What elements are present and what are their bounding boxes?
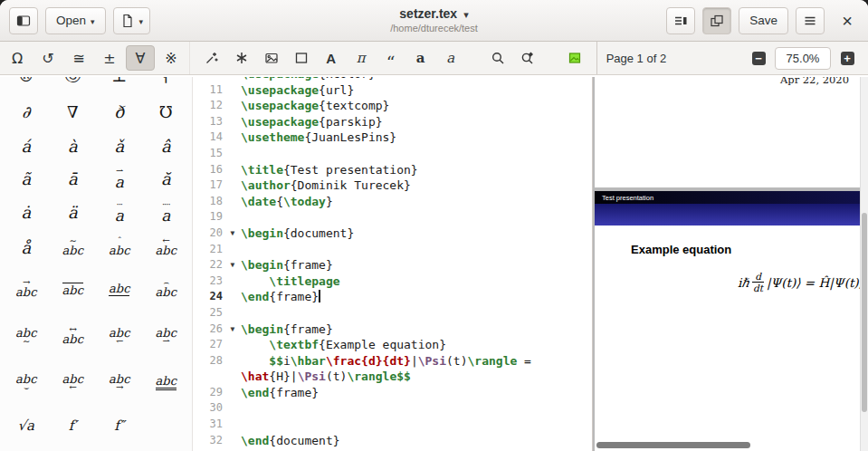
code-line[interactable]: 12\usepackage{textcomp} xyxy=(194,98,592,114)
code-line[interactable]: 18\date{\today} xyxy=(194,194,592,210)
code-line[interactable]: 16\title{Test presentation} xyxy=(194,162,592,178)
symbol-cell[interactable]: ∇ xyxy=(50,93,97,130)
bold-button[interactable]: a xyxy=(407,45,434,71)
code-editor[interactable]: 10\usepackage{xcolor}11\usepackage{url}1… xyxy=(194,77,592,451)
fold-marker[interactable]: ▼ xyxy=(224,321,241,338)
window-close-button[interactable] xyxy=(835,9,859,33)
code-line[interactable]: 30 xyxy=(194,400,592,417)
symbol-cell[interactable]: f′ xyxy=(50,405,97,446)
save-button[interactable]: Save xyxy=(739,7,788,34)
search-button[interactable] xyxy=(484,45,511,71)
vertical-scrollbar-thumb[interactable] xyxy=(862,213,867,412)
code-line[interactable]: 22▼\begin{frame} xyxy=(194,257,592,273)
symbol-cell[interactable]: →abc xyxy=(3,265,50,312)
symbol-cell[interactable]: ⇀a xyxy=(96,162,143,196)
symbol-cell[interactable]: ® xyxy=(3,77,50,93)
symbol-cell[interactable]: ð xyxy=(96,93,143,130)
symbol-cell[interactable]: ⌢abc xyxy=(143,265,190,312)
symbol-cell[interactable]: â xyxy=(143,130,190,162)
build-preview-button[interactable] xyxy=(561,45,588,71)
symbol-cell[interactable]: á xyxy=(3,130,50,162)
symbol-cell[interactable]: à xyxy=(50,130,97,162)
code-line[interactable]: 25 xyxy=(194,305,592,321)
symbol-cell[interactable]: ∤ xyxy=(143,77,190,93)
code-line[interactable]: 13\usepackage{parskip} xyxy=(194,114,592,130)
symbol-category-2[interactable]: ≅ xyxy=(64,45,93,71)
font-style-button[interactable]: A xyxy=(318,45,345,71)
symbol-cell[interactable]: ↔abc xyxy=(50,312,97,360)
menu-button[interactable] xyxy=(796,7,825,34)
code-line[interactable]: \hat{H}|\Psi(t)\rangle$$ xyxy=(194,369,592,385)
code-line[interactable]: 31 xyxy=(194,417,592,433)
symbol-category-5[interactable]: ※ xyxy=(157,45,186,71)
symbol-cell[interactable]: abc⇀ xyxy=(143,312,190,360)
code-line[interactable]: 23 \titlepage xyxy=(194,273,592,290)
symbol-cell[interactable]: ȧ xyxy=(3,196,50,229)
symbol-cell[interactable]: ã xyxy=(3,162,50,196)
symbol-cell[interactable]: ǎ xyxy=(96,130,143,162)
symbol-cell[interactable]: ←abc xyxy=(143,229,190,265)
code-line[interactable]: 19 xyxy=(194,209,592,226)
italic-button[interactable]: a xyxy=(437,45,464,71)
symbol-cell[interactable]: abc∼ xyxy=(3,312,50,360)
pdf-preview[interactable]: Apr 22, 2020 Test presentation Example e… xyxy=(592,77,868,451)
title-chevron-down-icon[interactable] xyxy=(463,5,469,22)
symbol-cell[interactable]: ā xyxy=(50,162,97,196)
find-replace-button[interactable] xyxy=(514,45,541,71)
symbol-cell[interactable]: ă xyxy=(143,162,190,196)
wizard-button[interactable] xyxy=(198,45,225,71)
sidebar-toggle-button[interactable] xyxy=(9,7,38,34)
symbol-cell[interactable]: abc xyxy=(143,360,190,405)
sparkle-button[interactable] xyxy=(228,45,255,71)
insert-frame-button[interactable] xyxy=(288,45,315,71)
open-button[interactable]: Open xyxy=(45,7,106,34)
symbol-cell[interactable]: abc↽ xyxy=(96,312,143,360)
symbol-cell[interactable]: å xyxy=(3,229,50,265)
symbol-cell[interactable]: ····a xyxy=(143,196,190,229)
symbol-cell[interactable]: abc→ xyxy=(96,360,143,405)
code-line[interactable]: 20▼\begin{document} xyxy=(194,226,592,242)
symbol-cell[interactable]: ∼abc xyxy=(50,229,97,265)
symbol-category-4[interactable]: ∀ xyxy=(126,45,155,71)
code-line[interactable]: 29\end{frame} xyxy=(194,385,592,401)
symbol-cell[interactable]: abc xyxy=(50,265,97,312)
symbol-cell[interactable]: ∂ xyxy=(3,93,50,130)
insert-image-button[interactable] xyxy=(258,45,285,71)
symbol-category-0[interactable]: Ω xyxy=(3,45,32,71)
symbol-cell[interactable]: ℧ xyxy=(143,93,190,130)
quotes-button[interactable]: “ xyxy=(377,45,405,71)
preview-horizontal-scrollbar[interactable] xyxy=(596,442,750,448)
symbol-cell[interactable]: abc xyxy=(96,265,143,312)
code-line[interactable]: 15 xyxy=(194,146,592,162)
zoom-out-button[interactable] xyxy=(749,48,768,68)
code-line[interactable]: 26▼\begin{frame} xyxy=(194,321,592,338)
code-line[interactable]: 14\usetheme{JuanLesPins} xyxy=(194,130,592,146)
code-line[interactable]: 11\usepackage{url} xyxy=(194,82,592,99)
zoom-in-button[interactable] xyxy=(837,48,857,68)
symbol-cell[interactable]: ä xyxy=(50,196,97,229)
zoom-level-field[interactable]: 75.0% xyxy=(775,47,831,70)
symbol-cell[interactable]: abc← xyxy=(50,360,97,405)
code-line[interactable]: 27 \textbf{Example equation} xyxy=(194,337,592,353)
code-line[interactable]: 28 $$i\hbar\frac{d}{dt}|\Psi(t)\rangle = xyxy=(194,353,592,369)
symbol-cell[interactable]: Ⓢ xyxy=(50,77,97,93)
new-document-button[interactable] xyxy=(113,7,151,34)
fold-marker[interactable]: ▼ xyxy=(224,226,241,242)
preview-vertical-scrollbar[interactable] xyxy=(860,77,868,451)
fold-marker[interactable]: ▼ xyxy=(224,257,241,273)
symbol-cell[interactable]: √a xyxy=(3,405,50,446)
code-line[interactable]: 21 xyxy=(194,242,592,258)
symbol-cell[interactable]: ˆabc xyxy=(96,229,143,265)
symbol-cell[interactable]: ···a xyxy=(96,196,143,229)
code-line[interactable]: 32\end{document} xyxy=(194,433,592,449)
layout-toggle-button[interactable] xyxy=(666,7,695,34)
symbol-category-1[interactable]: ↺ xyxy=(33,45,62,71)
symbol-cell[interactable]: ⊥ xyxy=(96,77,143,93)
math-button[interactable]: π xyxy=(348,45,375,71)
code-line[interactable]: 17\author{Dominik Turecek} xyxy=(194,178,592,194)
symbol-cell[interactable]: abc⌣ xyxy=(3,360,50,405)
side-by-side-toggle-button[interactable] xyxy=(702,7,731,34)
symbol-cell[interactable]: f″ xyxy=(96,405,143,446)
code-line[interactable]: 24\end{frame} xyxy=(194,289,592,305)
symbol-category-3[interactable]: ± xyxy=(95,45,124,71)
